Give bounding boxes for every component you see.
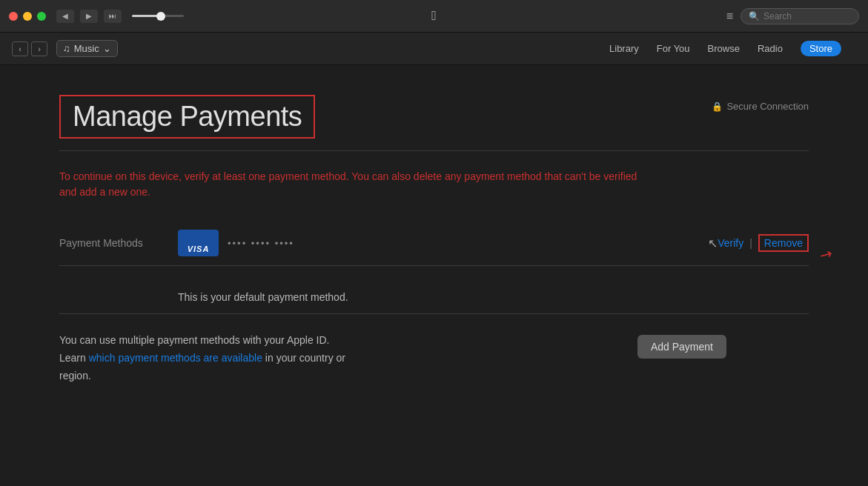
search-input[interactable] <box>763 11 851 21</box>
remove-link-wrapper: Remove ↗ <box>758 236 809 250</box>
nav-forward-arrow[interactable]: › <box>31 41 47 56</box>
payment-row: Payment Methods VISA •••• •••• •••• ↖ Ve… <box>59 221 809 266</box>
multi-text-line1: You can use multiple payment methods wit… <box>59 334 329 346</box>
titlebar: ◀ ▶ ⏭  ≡ 🔍 <box>0 0 868 33</box>
maximize-button[interactable] <box>37 12 46 21</box>
app-selector[interactable]: ♫ Music ⌄ <box>56 40 118 57</box>
cursor-icon: ↖ <box>708 236 718 250</box>
for-you-nav-link[interactable]: For You <box>657 43 690 54</box>
playback-controls: ◀ ▶ ⏭ <box>56 10 184 23</box>
secure-connection-label: Secure Connection <box>726 101 809 112</box>
visa-card: VISA <box>178 230 219 256</box>
separator: | <box>749 237 752 249</box>
store-nav-link[interactable]: Store <box>801 41 841 56</box>
default-payment-text: This is your default payment method. <box>59 281 809 314</box>
volume-track <box>132 15 184 17</box>
multi-text-line3: region. <box>59 370 91 382</box>
minimize-button[interactable] <box>23 12 32 21</box>
payment-methods-label: Payment Methods <box>59 237 178 249</box>
payment-section: Payment Methods VISA •••• •••• •••• ↖ Ve… <box>59 221 809 266</box>
library-nav-link[interactable]: Library <box>609 43 639 54</box>
app-name-label: Music <box>74 43 99 54</box>
multi-text-line2-suffix: in your country or <box>262 352 345 364</box>
radio-nav-link[interactable]: Radio <box>758 43 783 54</box>
page-title-wrapper: Manage Payments <box>59 95 315 139</box>
payment-methods-link[interactable]: which payment methods are available <box>89 352 262 364</box>
close-button[interactable] <box>9 12 18 21</box>
nav-back-arrow[interactable]: ‹ <box>12 41 28 56</box>
main-content: Manage Payments 🔒 Secure Connection To c… <box>0 65 868 486</box>
multi-payment-text: You can use multiple payment methods wit… <box>59 332 345 385</box>
fast-forward-button[interactable]: ⏭ <box>104 10 122 23</box>
warning-message: To continue on this device, verify at le… <box>59 169 652 200</box>
remove-link[interactable]: Remove <box>758 234 809 252</box>
browse-nav-link[interactable]: Browse <box>708 43 740 54</box>
verify-link[interactable]: Verify <box>718 237 743 249</box>
multi-payment-section: You can use multiple payment methods wit… <box>59 332 726 385</box>
back-button[interactable]: ◀ <box>56 10 74 23</box>
volume-slider[interactable] <box>132 15 184 17</box>
card-number: •••• •••• •••• <box>228 238 294 249</box>
annotation-arrow: ↗ <box>816 243 836 264</box>
card-container: VISA •••• •••• •••• <box>178 230 663 256</box>
search-box[interactable]: 🔍 <box>741 8 859 24</box>
visa-logo: VISA <box>188 244 210 253</box>
page-header: Manage Payments 🔒 Secure Connection <box>59 95 809 151</box>
payment-actions: Verify | Remove ↗ <box>718 236 809 250</box>
nav-arrows: ‹ › <box>12 41 47 56</box>
play-button[interactable]: ▶ <box>80 10 98 23</box>
add-payment-button[interactable]: Add Payment <box>637 335 726 359</box>
music-note-icon: ♫ <box>63 43 70 54</box>
chevron-down-icon: ⌄ <box>103 43 111 54</box>
secure-connection: 🔒 Secure Connection <box>712 101 809 112</box>
apple-logo:  <box>431 8 437 24</box>
titlebar-right: ≡ 🔍 <box>726 8 859 24</box>
search-icon: 🔍 <box>749 11 760 21</box>
list-view-icon[interactable]: ≡ <box>726 10 733 23</box>
lock-icon: 🔒 <box>712 101 723 112</box>
volume-knob[interactable] <box>156 12 165 21</box>
traffic-lights <box>9 12 46 21</box>
navbar: ‹ › ♫ Music ⌄ Library For You Browse Rad… <box>0 33 868 65</box>
nav-links: Library For You Browse Radio Store <box>609 41 841 56</box>
multi-text-line2-prefix: Learn <box>59 352 89 364</box>
page-title: Manage Payments <box>73 101 302 133</box>
